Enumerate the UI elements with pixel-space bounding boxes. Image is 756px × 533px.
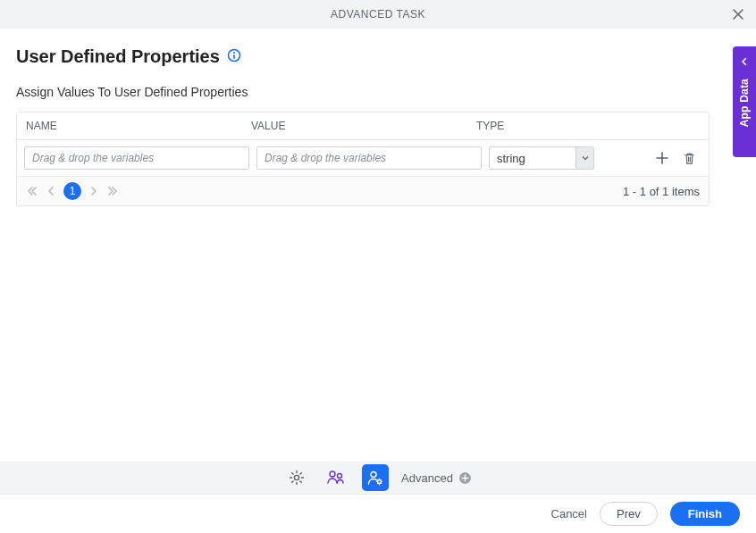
chevron-down-icon	[575, 147, 593, 169]
chevrons-right-icon	[106, 185, 119, 197]
add-row-button[interactable]	[653, 149, 671, 167]
titlebar: ADVANCED TASK	[0, 0, 756, 29]
chevron-left-icon	[740, 54, 749, 70]
content-area: User Defined Properties Assign Values To…	[0, 29, 726, 206]
page-subtitle: Assign Values To User Defined Properties	[16, 85, 710, 99]
column-header-value: VALUE	[242, 112, 467, 139]
table-header: NAME VALUE TYPE	[17, 112, 709, 140]
table-row: string	[17, 140, 709, 176]
page-title-row: User Defined Properties	[16, 46, 710, 67]
plus-icon	[655, 151, 669, 165]
properties-table: NAME VALUE TYPE string	[16, 112, 710, 206]
app-data-panel-toggle[interactable]: App Data	[733, 46, 756, 157]
first-page-button[interactable]	[26, 185, 38, 197]
finish-button[interactable]: Finish	[670, 502, 740, 526]
cancel-button[interactable]: Cancel	[551, 507, 587, 521]
prev-button[interactable]: Prev	[600, 502, 658, 526]
pagination-bar: 1 1 - 1 of 1 items	[17, 176, 709, 205]
app-data-label: App Data	[738, 79, 751, 127]
advanced-label: Advanced	[401, 471, 453, 485]
svg-point-4	[330, 471, 335, 477]
prev-page-button[interactable]	[46, 186, 56, 196]
next-page-button[interactable]	[88, 186, 99, 196]
column-header-type: TYPE	[467, 112, 575, 139]
last-page-button[interactable]	[106, 185, 119, 197]
dialog-title: ADVANCED TASK	[331, 8, 425, 21]
table-body: string	[17, 140, 709, 176]
name-input[interactable]	[24, 146, 249, 170]
gear-icon	[288, 469, 306, 487]
dialog-footer: Cancel Prev Finish	[0, 494, 756, 533]
svg-rect-2	[233, 54, 235, 59]
close-icon	[732, 8, 744, 21]
chevron-right-icon	[88, 186, 99, 196]
chevrons-left-icon	[26, 185, 38, 197]
user-gear-icon	[366, 469, 384, 487]
step-settings-button[interactable]	[283, 464, 310, 491]
info-icon[interactable]	[227, 48, 241, 66]
step-user-defined-button[interactable]	[362, 464, 389, 491]
type-select-value: string	[490, 147, 575, 169]
type-select[interactable]: string	[489, 146, 594, 170]
delete-row-button[interactable]	[680, 149, 698, 167]
page-number[interactable]: 1	[63, 182, 81, 200]
chevron-left-icon	[46, 186, 56, 196]
page-title: User Defined Properties	[16, 46, 220, 67]
svg-point-1	[233, 52, 235, 54]
svg-point-6	[371, 472, 376, 478]
plus-circle-icon	[458, 471, 473, 485]
close-button[interactable]	[727, 4, 749, 25]
value-input[interactable]	[256, 146, 482, 170]
step-toolbar: Advanced	[0, 462, 756, 494]
advanced-options-button[interactable]: Advanced	[401, 471, 473, 485]
svg-point-5	[338, 474, 342, 479]
svg-point-3	[294, 475, 298, 479]
trash-icon	[683, 152, 696, 165]
column-header-name: NAME	[17, 112, 242, 139]
pagination-controls: 1	[26, 182, 119, 200]
pagination-status: 1 - 1 of 1 items	[623, 185, 700, 198]
participants-icon	[326, 469, 346, 487]
step-participants-button[interactable]	[323, 464, 349, 491]
